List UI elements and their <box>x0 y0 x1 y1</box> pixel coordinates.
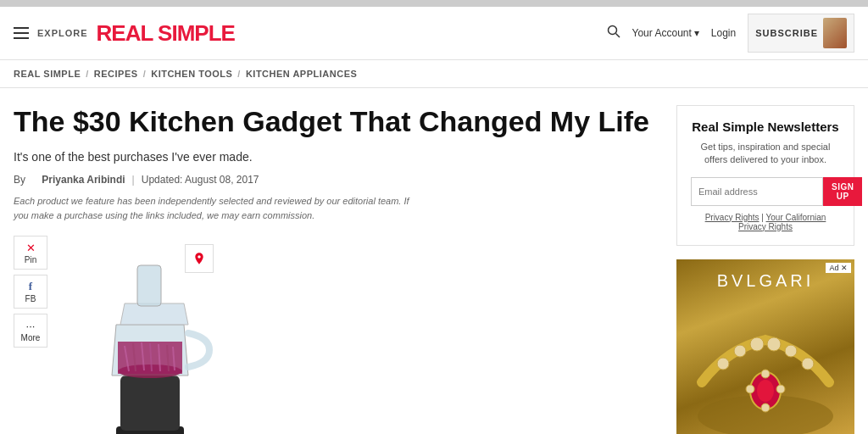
svg-point-25 <box>776 385 785 393</box>
breadcrumb-sep-3: / <box>237 69 241 79</box>
account-chevron: ▾ <box>694 27 699 39</box>
jewelry-image <box>676 298 854 434</box>
newsletter-privacy-links: Privacy Rights | Your Californian Privac… <box>691 213 840 231</box>
subscribe-magazine-thumb <box>823 18 847 48</box>
more-label: More <box>21 333 41 342</box>
newsletter-submit-button[interactable]: SIGN UP <box>823 177 862 206</box>
newsletter-email-input[interactable] <box>691 177 823 206</box>
svg-point-0 <box>608 26 616 35</box>
newsletter-signup-box: Real Simple Newsletters Get tips, inspir… <box>676 105 854 246</box>
breadcrumb-item-2[interactable]: RECIPES <box>94 69 138 79</box>
main-layout: The $30 Kitchen Gadget That Changed My L… <box>0 88 868 434</box>
svg-point-16 <box>717 358 729 370</box>
bvlgari-ad[interactable]: Ad ✕ BVLGARI <box>676 259 854 434</box>
breadcrumb-sep-1: / <box>86 69 89 79</box>
article-image-container <box>70 236 222 434</box>
svg-point-20 <box>785 345 797 357</box>
byline-prefix: By <box>14 174 25 186</box>
svg-point-27 <box>761 403 770 412</box>
svg-point-17 <box>734 345 746 357</box>
explore-label: EXPLORE <box>37 28 88 38</box>
svg-rect-3 <box>120 376 180 431</box>
article-section: The $30 Kitchen Gadget That Changed My L… <box>14 105 659 434</box>
privacy-sep: | <box>761 213 764 222</box>
newsletter-form: SIGN UP <box>691 177 840 206</box>
breadcrumb: REAL SIMPLE / RECIPES / KITCHEN TOOLS / … <box>0 60 868 88</box>
pin-float-button[interactable] <box>185 244 214 273</box>
more-icon: ··· <box>26 320 36 332</box>
svg-point-24 <box>746 385 754 393</box>
article-byline: By Priyanka Aribindi | Updated: August 0… <box>14 174 659 186</box>
header-left: EXPLORE REAL SIMPLE <box>14 20 607 47</box>
bvlgari-brand-name: BVLGARI <box>717 271 815 291</box>
subscribe-button[interactable]: SUBSCRIBE <box>748 14 854 53</box>
article-date: Updated: August 08, 2017 <box>142 174 259 186</box>
editorial-disclaimer: Each product we feature has been indepen… <box>14 194 420 222</box>
facebook-icon: f <box>29 280 32 293</box>
breadcrumb-sep-2: / <box>143 69 147 79</box>
svg-point-19 <box>767 337 781 351</box>
svg-point-18 <box>750 337 764 351</box>
breadcrumb-item-3[interactable]: KITCHEN TOOLS <box>151 69 232 79</box>
site-logo[interactable]: REAL SIMPLE <box>97 20 235 47</box>
top-ad-banner <box>0 0 868 7</box>
account-label: Your Account <box>632 27 692 39</box>
ad-content: BVLGARI <box>676 259 854 434</box>
sidebar: Real Simple Newsletters Get tips, inspir… <box>676 105 854 434</box>
header-right: Your Account ▾ Login SUBSCRIBE <box>607 14 854 53</box>
article-subtitle: It's one of the best purchases I've ever… <box>14 150 659 164</box>
breadcrumb-item-4[interactable]: KITCHEN APPLIANCES <box>246 69 357 79</box>
login-button[interactable]: Login <box>711 27 736 39</box>
newsletter-title: Real Simple Newsletters <box>691 120 840 134</box>
social-share-buttons: ✕ Pin f FB ··· More <box>14 236 47 348</box>
svg-rect-13 <box>137 265 161 306</box>
svg-point-21 <box>802 358 814 370</box>
svg-line-1 <box>615 34 620 38</box>
article-title: The $30 Kitchen Gadget That Changed My L… <box>14 105 659 138</box>
facebook-share-button[interactable]: f FB <box>14 275 47 309</box>
site-header: EXPLORE REAL SIMPLE Your Account ▾ Login… <box>0 7 868 60</box>
article-media-row: ✕ Pin f FB ··· More <box>14 236 659 434</box>
pinterest-icon: ✕ <box>26 242 36 254</box>
account-dropdown[interactable]: Your Account ▾ <box>632 27 699 39</box>
fb-label: FB <box>25 294 36 303</box>
hamburger-menu-button[interactable] <box>14 27 29 39</box>
svg-point-23 <box>757 380 774 402</box>
pin-label: Pin <box>25 255 36 264</box>
search-button[interactable] <box>607 25 620 42</box>
newsletter-description: Get tips, inspiration and special offers… <box>691 141 840 167</box>
author-name: Priyanka Aribindi <box>42 174 125 186</box>
privacy-rights-link[interactable]: Privacy Rights <box>705 213 760 222</box>
byline-divider: | <box>132 174 135 186</box>
logo-text: REAL SIMPLE <box>97 20 235 46</box>
breadcrumb-item-1[interactable]: REAL SIMPLE <box>14 69 81 79</box>
more-share-button[interactable]: ··· More <box>14 314 47 348</box>
pinterest-share-button[interactable]: ✕ Pin <box>14 236 47 270</box>
subscribe-label: SUBSCRIBE <box>755 28 818 38</box>
svg-point-26 <box>761 370 770 378</box>
